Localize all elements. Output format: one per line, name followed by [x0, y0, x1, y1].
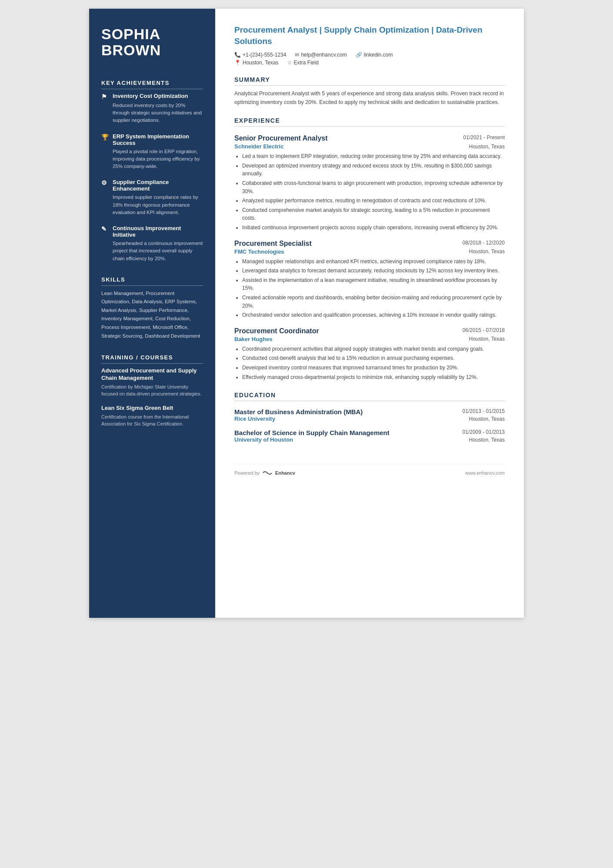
bullet-item: Coordinated procurement activities that … [242, 345, 505, 353]
edu-location: Houston, Texas [469, 416, 505, 422]
skills-section-title: SKILLS [101, 276, 203, 286]
star-icon: ☆ [287, 60, 292, 66]
brand-name: Enhancv [275, 470, 295, 476]
edu-location: Houston, Texas [469, 437, 505, 443]
bullet-item: Initiated continuous improvement project… [242, 224, 505, 232]
job-location: Houston, Texas [469, 144, 505, 150]
bullet-item: Managed supplier relationships and enhan… [242, 258, 505, 266]
experience-section-title: EXPERIENCE [234, 117, 505, 127]
contact-row-2: 📍 Houston, Texas ☆ Extra Field [234, 60, 505, 66]
bullet-item: Effectively managed cross-departmental p… [242, 373, 505, 382]
link-icon: 🔗 [356, 52, 362, 58]
contact-row: 📞 +1-(234)-555-1234 ✉ help@enhancv.com 🔗… [234, 52, 505, 58]
achievement-item: ⚑ Inventory Cost Optimization Reduced in… [101, 93, 203, 124]
edu-date: 01/2009 - 01/2013 [463, 429, 505, 435]
edu-degree: Bachelor of Science in Supply Chain Mana… [234, 429, 390, 436]
achievements-list: ⚑ Inventory Cost Optimization Reduced in… [101, 93, 203, 262]
page-footer: Powered by Enhancv www.enhancv.com [234, 464, 505, 476]
edu-date: 01/2013 - 01/2015 [463, 408, 505, 414]
location-contact: 📍 Houston, Texas [234, 60, 279, 66]
job-date: 01/2021 - Present [463, 134, 505, 141]
achievement-item: ✎ Continuous Improvement Initiative Spea… [101, 225, 203, 262]
job-company: Baker Hughes [234, 336, 272, 342]
phone-contact: 📞 +1-(234)-555-1234 [234, 52, 286, 58]
job-date: 08/2018 - 12/2020 [463, 240, 505, 246]
sidebar: SOPHIA BROWN KEY ACHIEVEMENTS ⚑ Inventor… [89, 9, 215, 618]
resume-container: SOPHIA BROWN KEY ACHIEVEMENTS ⚑ Inventor… [89, 9, 524, 618]
bullet-item: Developed inventory control measures tha… [242, 364, 505, 372]
job-location: Houston, Texas [469, 336, 505, 342]
resume-headline: Procurement Analyst | Supply Chain Optim… [234, 24, 505, 47]
job-bullets: Managed supplier relationships and enhan… [234, 258, 505, 319]
trophy-icon: 🏆 [101, 134, 109, 141]
job-bullets: Led a team to implement ERP integration,… [234, 152, 505, 231]
edu-school: University of Houston [234, 436, 293, 443]
training-section-title: TRAINING / COURSES [101, 354, 203, 364]
summary-text: Analytical Procurement Analyst with 5 ye… [234, 89, 505, 107]
job-bullets: Coordinated procurement activities that … [234, 345, 505, 381]
education-entry: Master of Business Administration (MBA) … [234, 408, 505, 422]
job-title: Procurement Coordinator [234, 327, 319, 335]
flag-icon: ⚑ [101, 93, 109, 100]
extra-contact: ☆ Extra Field [287, 60, 319, 66]
achievements-section-title: KEY ACHIEVEMENTS [101, 80, 203, 89]
education-entry: Bachelor of Science in Supply Chain Mana… [234, 429, 505, 443]
job-entry: Senior Procurement Analyst 01/2021 - Pre… [234, 134, 505, 231]
job-company: FMC Technologies [234, 248, 284, 255]
training-item: Lean Six Sigma Green Belt Certification … [101, 405, 203, 428]
email-icon: ✉ [295, 52, 299, 58]
bullet-item: Leveraged data analytics to forecast dem… [242, 267, 505, 275]
job-title: Senior Procurement Analyst [234, 134, 328, 142]
email-contact: ✉ help@enhancv.com [295, 52, 346, 58]
linkedin-contact: 🔗 linkedin.com [356, 52, 393, 58]
website-url: www.enhancv.com [465, 470, 505, 476]
bullet-item: Collaborated with cross-functional teams… [242, 179, 505, 195]
bullet-item: Analyzed supplier performance metrics, r… [242, 197, 505, 205]
pencil-icon: ✎ [101, 225, 109, 232]
bullet-item: Created actionable reports and dashboard… [242, 294, 505, 310]
achievement-item: 🏆 ERP System Implementation Success Play… [101, 133, 203, 171]
job-location: Houston, Texas [469, 248, 505, 255]
job-entry: Procurement Specialist 08/2018 - 12/2020… [234, 240, 505, 319]
bullet-item: Assisted in the implementation of a lean… [242, 276, 505, 292]
achievement-item: ⚙ Supplier Compliance Enhancement Improv… [101, 179, 203, 216]
phone-icon: 📞 [234, 52, 241, 58]
bullet-item: Conducted cost-benefit analysis that led… [242, 354, 505, 362]
job-entry: Procurement Coordinator 06/2015 - 07/201… [234, 327, 505, 381]
job-title: Procurement Specialist [234, 240, 312, 248]
person-icon: ⚙ [101, 179, 109, 186]
edu-school: Rice University [234, 416, 275, 422]
bullet-item: Developed an optimized inventory strateg… [242, 162, 505, 178]
job-date: 06/2015 - 07/2018 [463, 327, 505, 333]
skills-text: Lean Management, Procurement Optimizatio… [101, 289, 203, 340]
bullet-item: Conducted comprehensive market analysis … [242, 206, 505, 222]
training-item: Advanced Procurement and Supply Chain Ma… [101, 367, 203, 398]
location-icon: 📍 [234, 60, 241, 66]
edu-degree: Master of Business Administration (MBA) [234, 408, 363, 416]
main-content: Procurement Analyst | Supply Chain Optim… [215, 9, 524, 618]
training-list: Advanced Procurement and Supply Chain Ma… [101, 367, 203, 428]
job-company: Schneider Electric [234, 143, 283, 150]
enhancv-logo-icon [262, 469, 273, 476]
summary-section-title: SUMMARY [234, 76, 505, 86]
candidate-name: SOPHIA BROWN [101, 26, 203, 59]
powered-by-label: Powered by [234, 470, 260, 476]
bullet-item: Orchestrated vendor selection and qualif… [242, 311, 505, 319]
bullet-item: Led a team to implement ERP integration,… [242, 152, 505, 161]
education-section-title: EDUCATION [234, 392, 505, 401]
